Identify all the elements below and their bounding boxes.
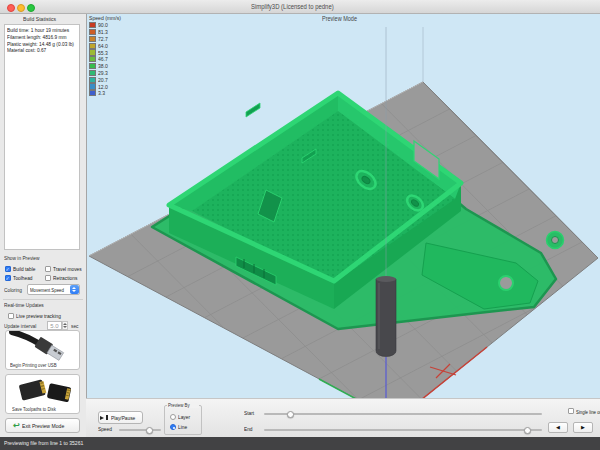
toolhead-label: Toolhead: [13, 275, 45, 281]
start-slider-track[interactable]: [264, 413, 542, 415]
preview-mode-label: Preview Mode: [86, 15, 600, 22]
speed-legend: Speed (mm/s) 90.0 81.3 72.7 64.0 55.3 46…: [89, 15, 127, 97]
status-text: Previewing file from line 1 to 35261: [4, 437, 97, 450]
retractions-label: Retractions: [53, 275, 85, 281]
play-pause-label: Play/Pause: [111, 415, 141, 421]
stat-material-cost: Material cost: 0.67: [7, 47, 77, 54]
window-title: Simplify3D (Licensed to pedne): [0, 0, 600, 13]
legend-value: 29.3: [98, 70, 110, 76]
start-label: Start: [244, 410, 257, 416]
travel-moves-checkbox[interactable]: [45, 266, 51, 272]
preview-by-layer-radio[interactable]: [170, 414, 176, 420]
show-in-preview-title: Show in Preview: [4, 255, 48, 261]
legend-swatch: [89, 49, 96, 55]
legend-value: 38.0: [98, 63, 110, 69]
update-interval-stepper[interactable]: [62, 321, 68, 330]
stat-plastic-weight: Plastic weight: 14.48 g (0.03 lb): [7, 41, 77, 48]
single-line-label: Single line on: [576, 409, 600, 415]
legend-swatch: [89, 56, 96, 62]
legend-value: 81.3: [98, 29, 110, 35]
check-icon: ✓: [6, 267, 10, 272]
coloring-dropdown[interactable]: Movement Speed: [27, 284, 80, 295]
legend-title: Speed (mm/s): [89, 15, 127, 21]
usb-plug-icon: [6, 331, 79, 361]
legend-swatch: [89, 70, 96, 76]
update-interval-unit: sec: [71, 323, 80, 329]
update-interval-label: Update interval: [4, 323, 44, 329]
status-bar: Previewing file from line 1 to 35261: [0, 437, 600, 450]
legend-swatch: [89, 29, 96, 35]
legend-value: 72.7: [98, 36, 110, 42]
legend-swatch: [89, 63, 96, 69]
divider: [3, 299, 83, 300]
legend-value: 55.3: [98, 50, 110, 56]
single-line-checkbox[interactable]: [568, 408, 574, 414]
toolhead-checkbox[interactable]: ✓: [5, 275, 11, 281]
legend-swatch: [89, 83, 96, 89]
stat-build-time: Build time: 1 hour 19 minutes: [7, 27, 77, 34]
pause-icon: [106, 415, 108, 420]
disk-button-caption: Save Toolpaths to Disk: [6, 406, 79, 412]
live-preview-tracking-label: Live preview tracking: [16, 313, 72, 319]
3d-scene: [86, 13, 600, 398]
legend-value: 20.7: [98, 77, 110, 83]
end-slider-track[interactable]: [264, 429, 542, 431]
exit-button-label: Exit Preview Mode: [22, 423, 72, 429]
legend-swatch: [89, 22, 96, 28]
3d-viewport[interactable]: Preview Mode Speed (mm/s) 90.0 81.3 72.7…: [86, 13, 600, 398]
preview-by-group: Preview By Layer Line: [164, 405, 202, 435]
legend-swatch: [89, 90, 96, 96]
legend-value: 90.0: [98, 22, 110, 28]
build-statistics-box: Build time: 1 hour 19 minutes Filament l…: [4, 24, 80, 250]
layer-radio-label: Layer: [178, 414, 193, 420]
legend-value: 64.0: [98, 43, 110, 49]
save-toolpaths-disk-button[interactable]: Save Toolpaths to Disk: [5, 374, 80, 414]
play-icon: [100, 416, 104, 420]
preview-by-title: Preview By: [167, 402, 199, 408]
live-preview-tracking-checkbox[interactable]: [8, 313, 14, 319]
legend-value: 12.0: [98, 84, 110, 90]
next-icon: ▶: [581, 424, 585, 430]
build-table-checkbox[interactable]: ✓: [5, 266, 11, 272]
begin-printing-usb-button[interactable]: Begin Printing over USB: [5, 330, 80, 370]
start-slider-thumb[interactable]: [287, 411, 294, 418]
play-pause-button[interactable]: Play/Pause: [98, 411, 143, 424]
legend-swatch: [89, 43, 96, 49]
step-back-button[interactable]: ◀: [548, 422, 568, 433]
speed-label: Speed: [98, 426, 115, 432]
prev-icon: ◀: [556, 424, 560, 430]
sd-cards-icon: [6, 375, 79, 405]
coloring-label: Coloring: [4, 287, 26, 293]
title-bar: Simplify3D (Licensed to pedne): [0, 0, 600, 14]
end-label: End: [244, 426, 255, 432]
coloring-value: Movement Speed: [28, 287, 70, 293]
stat-filament-length: Filament length: 4816.9 mm: [7, 34, 77, 41]
exit-preview-mode-button[interactable]: ↩ Exit Preview Mode: [5, 418, 80, 433]
build-statistics-title: Build Statistics: [0, 16, 86, 22]
speed-slider-thumb[interactable]: [146, 427, 153, 434]
travel-moves-label: Travel moves: [53, 266, 85, 272]
legend-swatch: [89, 36, 96, 42]
update-interval-input[interactable]: 5.0: [47, 321, 62, 330]
line-radio-label: Line: [178, 424, 189, 430]
legend-value: 46.7: [98, 56, 110, 62]
exit-arrow-icon: ↩: [13, 422, 20, 430]
step-forward-button[interactable]: ▶: [573, 422, 593, 433]
retractions-checkbox[interactable]: [45, 275, 51, 281]
realtime-updates-title: Real-time Updates: [4, 302, 54, 308]
preview-by-line-radio[interactable]: [170, 424, 176, 430]
legend-swatch: [89, 77, 96, 83]
preview-sidebar: Build Statistics Build time: 1 hour 19 m…: [0, 13, 87, 437]
playback-bar: Play/Pause Speed Preview By Layer Line S…: [86, 398, 600, 437]
legend-value: 3.3: [98, 90, 106, 96]
dropdown-arrows-icon: [70, 285, 79, 294]
check-icon: ✓: [6, 276, 10, 281]
build-table-label: Build table: [13, 266, 45, 272]
speed-slider-track[interactable]: [119, 429, 161, 431]
usb-button-caption: Begin Printing over USB: [6, 362, 79, 368]
end-slider-thumb[interactable]: [524, 427, 531, 434]
